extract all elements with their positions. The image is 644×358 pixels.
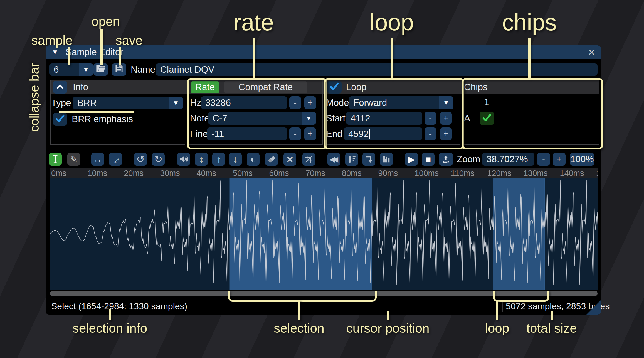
undo-button[interactable]: ↺ <box>134 153 147 166</box>
loop-end-minus-button[interactable]: - <box>425 127 436 140</box>
compat-rate-tab[interactable]: Compat Rate <box>224 81 307 93</box>
annotation-open: open <box>92 14 120 29</box>
upload-icon <box>442 155 450 163</box>
loop-start-minus-button[interactable]: - <box>425 112 436 125</box>
stop-icon: ■ <box>425 154 431 165</box>
close-icon[interactable]: × <box>588 46 595 58</box>
vertical-arrows-icon: ↕ <box>199 154 204 165</box>
open-sample-button[interactable] <box>93 63 108 76</box>
annotation-chips: chips <box>502 9 557 36</box>
type-dropdown[interactable]: BRR ▼ <box>73 97 183 109</box>
fine-minus-button[interactable]: - <box>289 127 301 140</box>
sample-index-value: 6 <box>49 64 79 75</box>
ruler-tick: 20ms <box>124 169 144 178</box>
sample-name-input[interactable]: Clarinet DQV <box>156 63 598 76</box>
ruler-tick: 0ms <box>51 169 66 178</box>
annotation-rate: rate <box>234 9 274 36</box>
chevron-down-icon[interactable]: ▼ <box>169 97 183 109</box>
downsample-button[interactable] <box>345 153 358 166</box>
resample-button[interactable]: ↔ <box>109 153 122 166</box>
play-button[interactable]: ▶ <box>405 153 418 166</box>
annotation-selection: selection <box>274 321 324 336</box>
horizontal-scrollbar[interactable] <box>50 291 598 296</box>
hz-minus-button[interactable]: - <box>289 96 301 109</box>
zoom-reset-button[interactable]: 100% <box>570 153 594 166</box>
rate-tab[interactable]: Rate <box>191 81 219 93</box>
silence-button[interactable] <box>265 153 278 166</box>
fine-plus-button[interactable]: + <box>304 127 316 140</box>
note-dropdown[interactable]: C-7 ▼ <box>208 112 316 125</box>
chevron-down-icon[interactable]: ▼ <box>302 112 316 125</box>
arrow-up-icon: ↑ <box>216 154 221 165</box>
window-collapse-icon[interactable]: ▼ <box>52 48 58 56</box>
zoom-value: 38.7027% <box>487 154 528 165</box>
hz-value: 33286 <box>205 97 231 108</box>
stop-button[interactable]: ■ <box>422 153 435 166</box>
ruler-tick: 40ms <box>196 169 216 178</box>
insert-button[interactable] <box>362 153 375 166</box>
normalize-button[interactable]: ↕ <box>195 153 208 166</box>
create-wavetable-button[interactable] <box>380 153 393 166</box>
ruler-tick: 30ms <box>160 169 180 178</box>
info-panel-title: Info <box>73 81 88 94</box>
zoom-in-button[interactable]: + <box>553 153 566 166</box>
zoom-input[interactable]: 38.7027% <box>482 153 534 166</box>
chips-panel-title: Chips <box>464 81 487 94</box>
waveform-display[interactable] <box>50 178 598 290</box>
sample-index-dropdown[interactable]: 6 ▼ <box>49 63 93 76</box>
zoom-label: Zoom <box>457 153 480 166</box>
annotation-loop: loop <box>370 9 414 36</box>
chevron-down-icon[interactable]: ▼ <box>79 63 93 76</box>
hz-plus-button[interactable]: + <box>304 96 316 109</box>
arrow-down-icon: ↓ <box>233 154 238 165</box>
type-label: Type <box>51 97 71 109</box>
draw-mode-button[interactable]: ✎ <box>67 153 80 166</box>
mode-label: Mode <box>326 96 349 109</box>
loop-mode-dropdown[interactable]: Forward ▼ <box>349 96 453 109</box>
speaker-icon <box>179 155 188 163</box>
redo-button[interactable]: ↻ <box>152 153 165 166</box>
loop-start-input[interactable]: 4112 <box>346 112 422 125</box>
ruler-tick: 10ms <box>88 169 107 178</box>
eraser-icon <box>267 155 276 163</box>
status-selection-info: Select (1654-2984: 1330 samples) <box>51 301 187 312</box>
resize-button[interactable]: ↔ <box>91 153 104 166</box>
chevron-down-icon[interactable]: ▼ <box>439 96 453 109</box>
title-bar[interactable]: ▼ Sample Editor × <box>46 45 601 59</box>
fade-out-button[interactable]: ↓ <box>229 153 242 166</box>
diagonal-arrows-icon: ↔ <box>108 152 123 166</box>
loop-start-label: Start <box>326 112 346 125</box>
loop-end-input[interactable]: 4592 <box>344 127 422 140</box>
annotation-total-size: total size <box>526 321 577 336</box>
invert-button[interactable]: ◐ <box>247 153 260 166</box>
ruler-tick: 110ms <box>451 169 475 178</box>
loop-start-plus-button[interactable]: + <box>440 112 452 125</box>
zoom-out-button[interactable]: - <box>537 153 550 166</box>
delete-button[interactable]: × <box>283 153 296 166</box>
note-label: Note <box>190 112 209 125</box>
reverse-button[interactable]: ◀◀ <box>327 153 340 166</box>
ruler-tick: 120ms <box>487 169 511 178</box>
loop-end-plus-button[interactable]: + <box>440 127 452 140</box>
save-sample-button[interactable] <box>112 63 126 76</box>
pencil-icon: ✎ <box>70 154 78 165</box>
loop-start-value: 4112 <box>351 113 370 124</box>
annotation-selection-info: selection info <box>73 321 147 336</box>
loop-end-label: End <box>326 127 342 140</box>
hz-input[interactable]: 33286 <box>201 96 287 109</box>
fine-input[interactable]: -11 <box>207 127 287 140</box>
brr-emphasis-checkbox[interactable] <box>53 113 67 126</box>
sample-name-value: Clarinet DQV <box>160 64 214 75</box>
chip-a-checkbox[interactable] <box>480 112 494 125</box>
trim-button[interactable] <box>302 153 315 166</box>
loop-checkbox[interactable] <box>327 81 342 94</box>
amplify-button[interactable] <box>177 153 190 166</box>
save-to-file-button[interactable] <box>439 153 453 166</box>
annotation-cursor-position: cursor position <box>346 321 429 336</box>
check-icon <box>330 82 339 92</box>
fade-in-button[interactable]: ↑ <box>212 153 225 166</box>
ruler-tick: 60ms <box>269 169 289 178</box>
info-collapse-button[interactable] <box>53 81 67 94</box>
resize-grip[interactable] <box>586 300 601 315</box>
select-mode-button[interactable] <box>49 153 62 166</box>
